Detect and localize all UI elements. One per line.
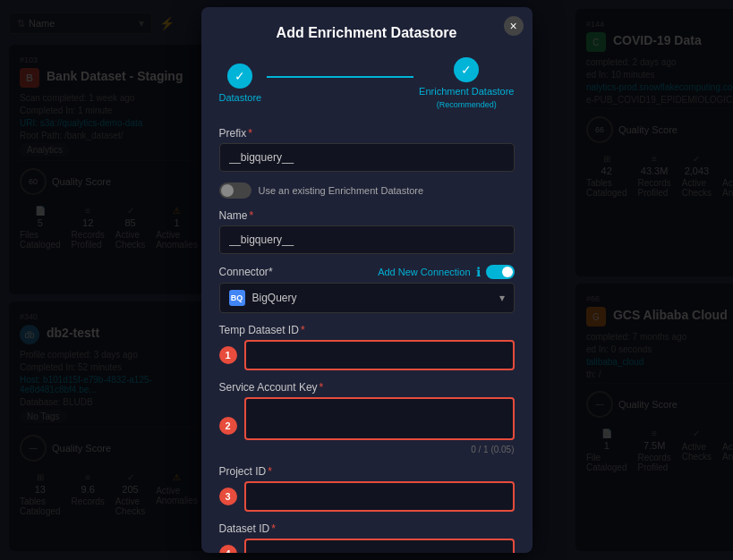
connector-chevron-icon: ▾ <box>499 292 505 304</box>
project-id-label: Project ID* <box>219 465 515 478</box>
toggle-row: Use an existing Enrichment Datastore <box>219 182 515 199</box>
dataset-id-label: Dataset ID* <box>219 522 515 535</box>
toggle-knob <box>221 184 234 197</box>
project-id-group: Project ID* 3 <box>219 465 515 512</box>
modal-overlay: × Add Enrichment Datastore ✓ Datastore ✓… <box>0 0 733 560</box>
add-new-connection[interactable]: Add New Connection ℹ <box>378 265 514 279</box>
modal-title: Add Enrichment Datastore <box>219 25 515 41</box>
info-circle-icon: ℹ <box>476 265 481 279</box>
step-number-4: 4 <box>219 545 237 553</box>
dataset-id-input[interactable] <box>244 539 515 553</box>
project-id-input[interactable] <box>244 481 515 512</box>
step-connector <box>267 76 413 78</box>
step2-sublabel: (Recommended) <box>437 100 497 109</box>
dataset-id-wrapper: 4 <box>244 539 515 553</box>
add-connection-toggle[interactable] <box>486 265 515 279</box>
temp-dataset-group: Temp Dataset ID* 1 <box>219 324 515 370</box>
close-button[interactable]: × <box>504 16 524 36</box>
add-connection-label: Add New Connection <box>378 267 470 277</box>
connector-value: BigQuery <box>252 292 297 304</box>
service-account-input[interactable] <box>244 397 515 440</box>
connector-label: Connector* <box>219 266 273 278</box>
name-input[interactable] <box>219 225 515 254</box>
existing-datastore-toggle[interactable] <box>219 182 251 199</box>
add-connection-toggle-knob <box>502 267 513 277</box>
connector-select[interactable]: BQ BigQuery ▾ <box>219 283 515 313</box>
toggle-label: Use an existing Enrichment Datastore <box>259 185 424 196</box>
char-count: 0 / 1 (0.05) <box>244 445 515 454</box>
connector-select-left: BQ BigQuery <box>229 290 297 306</box>
add-enrichment-modal: × Add Enrichment Datastore ✓ Datastore ✓… <box>201 7 533 553</box>
connector-row: Connector* Add New Connection ℹ <box>219 265 515 279</box>
service-account-wrapper: 2 0 / 1 (0.05) <box>244 397 515 454</box>
steps-indicator: ✓ Datastore ✓ Enrichment Datastore (Reco… <box>219 57 515 109</box>
dataset-id-group: Dataset ID* 4 <box>219 522 515 553</box>
step1-label: Datastore <box>219 92 262 103</box>
service-account-label: Service Account Key* <box>219 381 515 394</box>
step-enrichment: ✓ Enrichment Datastore (Recommended) <box>419 57 514 109</box>
bigquery-icon: BQ <box>229 290 245 306</box>
step2-label: Enrichment Datastore <box>419 86 514 97</box>
step1-circle: ✓ <box>227 64 252 89</box>
step-number-1: 1 <box>219 346 237 364</box>
temp-dataset-wrapper: 1 <box>244 340 515 370</box>
name-group: Name* <box>219 209 515 254</box>
project-id-wrapper: 3 <box>244 481 515 512</box>
temp-dataset-input[interactable] <box>244 340 515 370</box>
step2-circle: ✓ <box>454 57 479 82</box>
prefix-label: Prefix* <box>219 127 515 140</box>
prefix-input[interactable] <box>219 143 515 172</box>
name-label: Name* <box>219 209 515 222</box>
service-account-group: Service Account Key* 2 0 / 1 (0.05) <box>219 381 515 454</box>
step-number-3: 3 <box>219 488 237 505</box>
step-datastore: ✓ Datastore <box>219 64 262 103</box>
temp-dataset-label: Temp Dataset ID* <box>219 324 515 336</box>
step-number-2: 2 <box>219 417 237 435</box>
prefix-group: Prefix* <box>219 127 515 172</box>
